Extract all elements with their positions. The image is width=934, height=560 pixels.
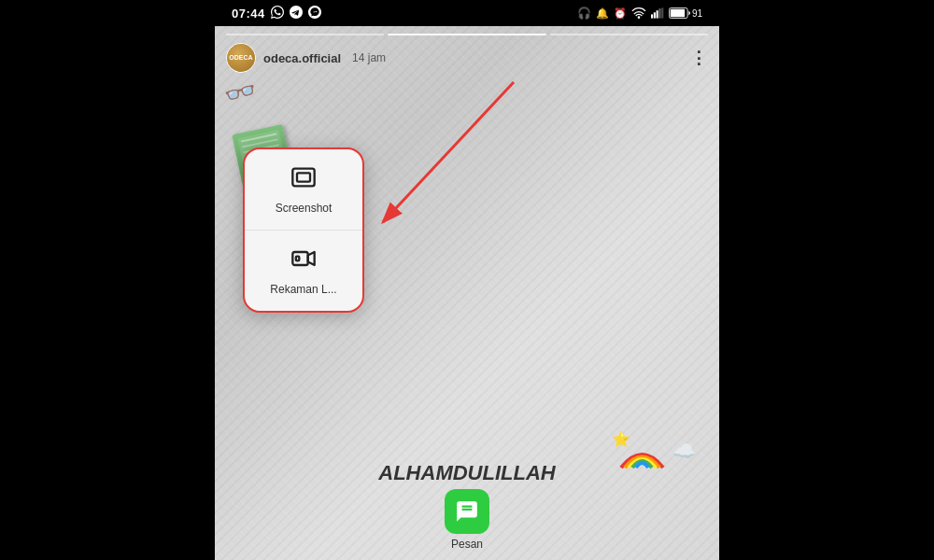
svg-rect-10 <box>297 173 310 181</box>
svg-rect-4 <box>661 7 663 18</box>
story-user-info: ODECA odeca.official 14 jam ⋮ <box>226 43 708 73</box>
avatar-inner: ODECA <box>227 44 255 72</box>
wifi-icon <box>631 7 646 19</box>
record-icon <box>290 245 317 277</box>
notification-icon: 🔔 <box>596 7 609 20</box>
screenshot-label: Screenshot <box>276 202 333 215</box>
status-time: 07:44 <box>232 7 265 21</box>
progress-bar-1 <box>226 34 384 35</box>
svg-rect-6 <box>671 9 685 18</box>
pesan-icon-container <box>445 489 489 534</box>
alarm-icon: ⏰ <box>614 7 627 20</box>
story-time: 14 jam <box>352 51 386 64</box>
messenger-icon <box>308 6 321 21</box>
bottom-bar: Pesan <box>215 489 719 551</box>
screenshot-icon <box>290 164 317 196</box>
story-menu-button[interactable]: ⋮ <box>690 48 708 68</box>
headphone-icon: 🎧 <box>577 7 591 20</box>
svg-rect-2 <box>656 10 658 18</box>
status-bar: 07:44 🎧 🔔 ⏰ <box>215 0 719 26</box>
svg-marker-12 <box>308 252 315 265</box>
signal-icon <box>651 7 664 19</box>
progress-bar-2 <box>388 34 545 35</box>
screenshot-menu-item[interactable]: Screenshot <box>245 149 362 231</box>
record-label: Rekaman L... <box>270 283 336 296</box>
story-header: ODECA odeca.official 14 jam ⋮ <box>215 26 719 78</box>
star-sticker: ⭐ <box>612 430 630 448</box>
alhamdulillah-text: ALHAMDULILLAH <box>378 461 555 485</box>
pesan-label: Pesan <box>451 538 483 551</box>
story-progress <box>226 34 708 35</box>
cloud-sticker: ☁️ <box>672 440 696 462</box>
record-menu-item[interactable]: Rekaman L... <box>245 231 362 311</box>
whatsapp-icon <box>271 6 284 21</box>
user-avatar[interactable]: ODECA <box>226 43 256 73</box>
content-area: ODECA odeca.official 14 jam ⋮ 👓 ALHAMDUL… <box>215 26 719 560</box>
svg-rect-13 <box>296 257 300 261</box>
status-icons-right: 🎧 🔔 ⏰ 91 <box>577 7 702 20</box>
telegram-icon <box>290 6 303 21</box>
username[interactable]: odeca.official <box>263 51 341 65</box>
battery-icon: 91 <box>669 7 702 19</box>
svg-rect-1 <box>654 12 656 18</box>
svg-rect-3 <box>658 8 660 19</box>
svg-rect-0 <box>651 14 653 18</box>
pesan-button[interactable]: Pesan <box>445 489 489 551</box>
popup-menu: Screenshot Rekaman L... <box>243 147 364 313</box>
progress-bar-3 <box>550 34 708 35</box>
phone-frame: 07:44 🎧 🔔 ⏰ <box>215 0 719 560</box>
